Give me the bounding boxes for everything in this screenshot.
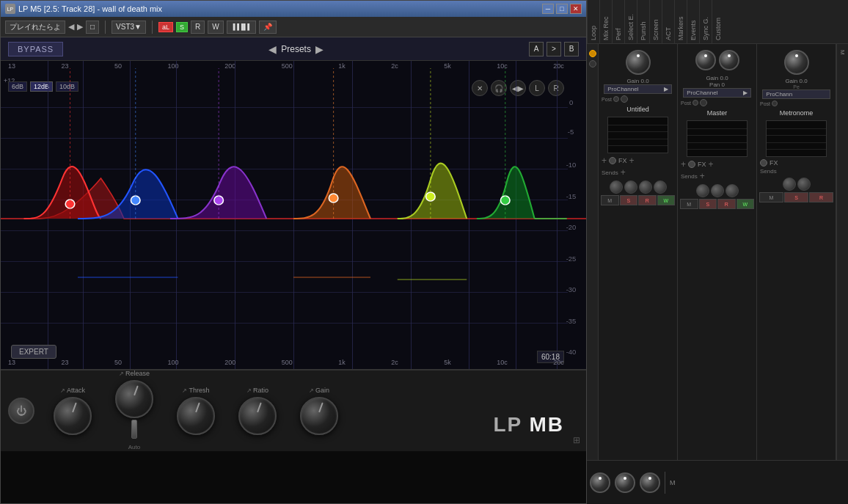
auto-slider[interactable] — [131, 420, 137, 439]
channel2-power-dot[interactable] — [700, 99, 707, 106]
copy-btn[interactable]: > — [547, 42, 561, 56]
channel2-fx-plus[interactable]: + — [681, 159, 686, 169]
channel3-s-btn[interactable]: S — [784, 192, 808, 202]
frequency-display[interactable]: 132350100200 5001k2c5k10c20c +12 6dB 12d… — [1, 61, 586, 369]
grid-icon[interactable]: ⊞ — [573, 435, 580, 445]
channel1-r-btn[interactable]: R — [638, 195, 657, 205]
channel1-small-knob4[interactable] — [654, 180, 667, 194]
maximize-button[interactable]: □ — [556, 4, 568, 14]
ratio-knob[interactable] — [238, 397, 277, 435]
channel3-fx-dot[interactable] — [760, 159, 767, 167]
channel2-small-knob2[interactable] — [711, 184, 724, 197]
channel2-r-btn[interactable]: R — [717, 199, 736, 209]
channel1-prochannel-btn[interactable]: ProChannel ▶ — [604, 84, 672, 94]
minimize-button[interactable]: ─ — [542, 4, 554, 14]
channel1-small-knob2[interactable] — [624, 180, 637, 194]
channel2-w-btn[interactable]: W — [736, 199, 755, 209]
attack-knob[interactable] — [54, 397, 92, 435]
channel1-gain-knob[interactable] — [626, 50, 651, 75]
channel1-fx-plus2[interactable]: + — [629, 156, 635, 166]
channel-metronome: Gain 0.0 Pe ProChann Post Metronome FX — [757, 44, 836, 460]
channel3-gain-knob[interactable] — [784, 50, 809, 75]
brand-lp: LP — [493, 413, 529, 436]
bottom-knob-3[interactable] — [640, 472, 660, 493]
preset-prev[interactable]: ◀ — [268, 43, 277, 55]
al-btn[interactable]: aL — [158, 22, 173, 32]
pin-btn[interactable]: 📌 — [259, 21, 277, 34]
b-btn[interactable]: B — [564, 42, 579, 56]
channel2-title: Master — [707, 109, 728, 117]
channel2-mute-btn[interactable]: M — [680, 199, 698, 209]
next-arrow[interactable]: ▶ — [77, 22, 83, 32]
a-btn[interactable]: A — [529, 42, 544, 56]
channel2-pan-label: Pan 0 — [709, 81, 725, 88]
channel2-fx-plus2[interactable]: + — [709, 159, 714, 169]
vst-btn[interactable]: VST3▼ — [112, 21, 146, 34]
channel1-w-btn[interactable]: W — [657, 195, 676, 205]
close-button[interactable]: ✕ — [570, 4, 582, 14]
channel1-fx-plus[interactable]: + — [602, 156, 607, 166]
channel1-fx-row: + FX + — [600, 156, 676, 166]
preset-area: ◀ Presets ▶ — [268, 43, 324, 55]
release-knob[interactable] — [115, 380, 153, 418]
channel3-post-dot[interactable] — [772, 101, 778, 106]
power-toggle[interactable]: ⏻ — [8, 398, 34, 424]
preset-next[interactable]: ▶ — [315, 43, 324, 55]
channel1-power-dot[interactable] — [621, 95, 628, 103]
channel2-post-dot[interactable] — [692, 100, 698, 106]
record-dot[interactable] — [589, 50, 596, 57]
ratio-knob-indicator — [257, 403, 262, 413]
channel3-prochannel-btn[interactable]: ProChann — [762, 90, 830, 99]
save-btn[interactable]: □ — [86, 21, 99, 34]
channel3-small-knob2[interactable] — [797, 178, 811, 191]
svg-text:-30: -30 — [566, 286, 577, 293]
channel2-prochannel-btn[interactable]: ProChannel ▶ — [683, 88, 751, 98]
thresh-knob[interactable] — [177, 397, 215, 435]
channel2-fx-label: FX — [698, 161, 706, 168]
punsh-label: Punsh — [637, 0, 649, 43]
channel1-small-knob3[interactable] — [639, 180, 652, 194]
channel1-solo-btn[interactable]: S — [620, 195, 638, 205]
channel3-post-label: Post — [760, 101, 770, 106]
channel3-mute-btn[interactable]: M — [759, 192, 783, 202]
bottom-knob-2[interactable] — [615, 472, 635, 493]
preset-dropdown[interactable]: プレイれたらよ — [5, 21, 65, 34]
w-btn[interactable]: W — [208, 21, 223, 34]
gain-knob-indicator — [318, 403, 324, 413]
channel3-gain-label: Gain 0.0 — [785, 78, 807, 84]
channel2-fx-dot[interactable] — [688, 161, 695, 168]
channel2-gain-knob[interactable] — [695, 50, 716, 70]
channel2-bottom-knobs — [696, 184, 739, 197]
svg-text:-25: -25 — [566, 255, 577, 263]
channel3-small-knob1[interactable] — [783, 178, 796, 191]
meter-btn[interactable]: ▐▐▐▌▌ — [227, 21, 256, 34]
channel2-solo-btn[interactable]: S — [699, 199, 717, 209]
gain-knob[interactable] — [300, 397, 338, 435]
channel2-sends-plus[interactable]: + — [700, 171, 705, 181]
select-e-label: Select E. — [624, 0, 637, 43]
channel3-r-btn[interactable]: R — [809, 192, 833, 202]
channel3-meter — [766, 120, 826, 157]
channel1-fx-dot[interactable] — [609, 157, 616, 164]
channel3-bottom-btns: M S R — [759, 192, 834, 202]
channel2-pan-knob[interactable] — [719, 50, 739, 70]
expert-button[interactable]: EXPERT — [11, 345, 56, 359]
bottom-knob-1[interactable] — [590, 472, 610, 493]
channel2-small-knob3[interactable] — [725, 184, 739, 197]
r-btn[interactable]: R — [191, 21, 205, 34]
svg-text:-40: -40 — [566, 348, 577, 356]
brand-mb: MB — [529, 413, 564, 436]
channel2-post-row: Post — [679, 99, 755, 106]
channel1-small-knob1[interactable] — [610, 180, 623, 194]
prev-arrow[interactable]: ◀ — [68, 22, 74, 32]
channel1-sends-plus[interactable]: + — [621, 167, 626, 178]
channel1-mute-btn[interactable]: M — [601, 195, 619, 205]
strip-btn-1[interactable] — [589, 60, 596, 67]
ab-area: A > B — [529, 42, 579, 56]
channel2-small-knob1[interactable] — [696, 184, 709, 197]
channel1-post-dot[interactable] — [613, 96, 619, 102]
channel1-prochannel-arrow: ▶ — [664, 86, 668, 92]
gain-label: Gain — [309, 387, 329, 394]
s-btn[interactable]: S — [176, 22, 188, 32]
bypass-button[interactable]: BYPASS — [8, 42, 63, 56]
